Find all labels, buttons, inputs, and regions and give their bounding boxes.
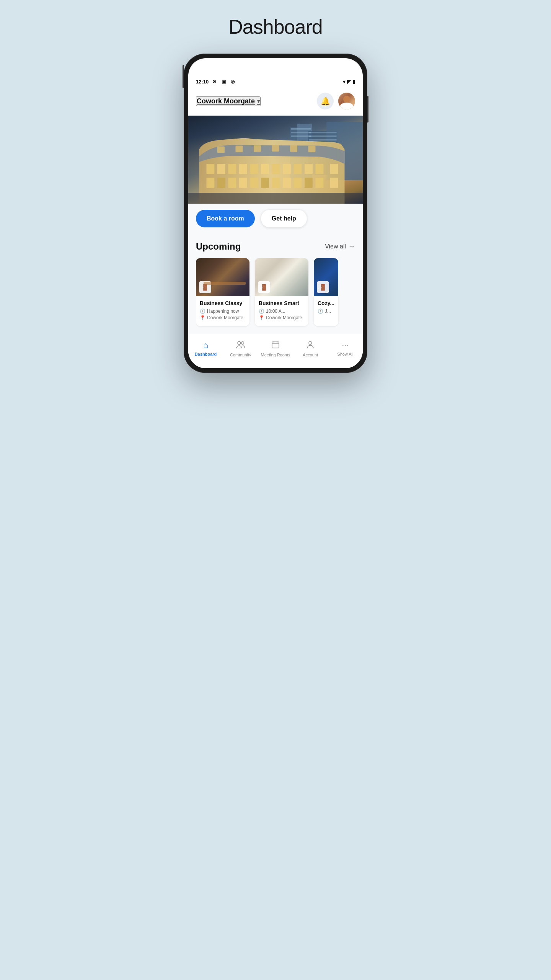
card-time-1: Happening now — [207, 309, 239, 314]
svg-rect-43 — [272, 342, 279, 348]
phone-shell: 12:10 ⊙ ▣ ◎ ▾ ◤ ▮ Cowork Moorgate ▾ 🔔 — [184, 54, 367, 373]
svg-rect-36 — [294, 178, 302, 188]
card-location-2: 📍 Cowork Moorgate — [259, 315, 305, 320]
card-time-2: 10:00 A... — [266, 309, 285, 314]
avatar-image — [338, 93, 355, 109]
card-image-2: 🚪 — [255, 258, 308, 296]
card-title-2: Business Smart — [259, 300, 305, 306]
phone-screen: 12:10 ⊙ ▣ ◎ ▾ ◤ ▮ Cowork Moorgate ▾ 🔔 — [188, 58, 363, 368]
upcoming-title: Upcoming — [196, 241, 241, 252]
signal-icon: ◤ — [347, 79, 351, 85]
status-bar: 12:10 ⊙ ▣ ◎ ▾ ◤ ▮ — [188, 58, 363, 88]
card-status-2: 🕐 10:00 A... — [259, 309, 305, 314]
svg-rect-22 — [272, 164, 280, 174]
nav-item-meeting-rooms[interactable]: Meeting Rooms — [258, 339, 293, 359]
svg-rect-35 — [283, 178, 291, 188]
pin-icon-1: 📍 — [200, 315, 205, 320]
room-card-3[interactable]: 🚪 Cozy... 🕐 J... — [314, 258, 338, 326]
svg-rect-27 — [330, 164, 338, 174]
clock-icon-3: 🕐 — [318, 309, 323, 314]
room-type-icon-2: 🚪 — [258, 281, 270, 293]
nav-item-dashboard[interactable]: ⌂ Dashboard — [188, 339, 223, 359]
card-place-2: Cowork Moorgate — [266, 315, 302, 320]
upcoming-header: Upcoming View all → — [196, 241, 355, 252]
svg-rect-21 — [261, 164, 269, 174]
svg-rect-40 — [188, 193, 363, 204]
hero-actions: Book a room Get help — [188, 204, 363, 234]
svg-rect-17 — [217, 164, 225, 174]
home-icon: ⌂ — [203, 340, 208, 350]
svg-rect-32 — [250, 178, 258, 188]
hero-image — [188, 116, 363, 204]
svg-rect-39 — [330, 178, 338, 188]
svg-rect-34 — [272, 178, 280, 188]
view-all-label: View all — [325, 243, 346, 250]
nav-label-dashboard: Dashboard — [195, 352, 217, 357]
svg-rect-14 — [290, 145, 297, 152]
room-card-1[interactable]: 🚪 Business Classy 🕐 Happening now 📍 Cowo… — [196, 258, 249, 326]
svg-rect-9 — [309, 139, 336, 140]
svg-rect-31 — [239, 178, 247, 188]
room-card-2[interactable]: 🚪 Business Smart 🕐 10:00 A... 📍 Cowork M… — [255, 258, 308, 326]
notification-bell-button[interactable]: 🔔 — [317, 93, 334, 109]
room-type-icon-3: 🚪 — [317, 281, 329, 293]
svg-rect-37 — [305, 178, 313, 188]
clock-icon-2: 🕐 — [259, 309, 264, 314]
clock-icon-1: 🕐 — [200, 309, 205, 314]
get-help-button[interactable]: Get help — [261, 210, 307, 227]
nav-label-community: Community — [230, 353, 251, 358]
nav-item-show-all[interactable]: ··· Show All — [328, 339, 363, 359]
svg-point-42 — [241, 342, 244, 345]
book-room-button[interactable]: Book a room — [196, 210, 255, 227]
page-title: Dashboard — [228, 15, 322, 38]
status-icon-3: ◎ — [229, 78, 236, 85]
card-status-3: 🕐 J... — [318, 309, 334, 314]
svg-rect-8 — [309, 135, 336, 137]
svg-rect-5 — [291, 132, 311, 133]
svg-rect-20 — [250, 164, 258, 174]
view-all-arrow-icon: → — [348, 243, 355, 251]
svg-rect-29 — [217, 178, 225, 188]
svg-rect-18 — [228, 164, 236, 174]
svg-rect-15 — [308, 145, 316, 152]
svg-rect-23 — [283, 164, 291, 174]
status-time: 12:10 — [196, 79, 209, 85]
nav-item-account[interactable]: Account — [293, 339, 328, 359]
nav-label-account: Account — [303, 353, 318, 358]
svg-rect-7 — [309, 132, 336, 133]
card-title-3: Cozy... — [318, 300, 334, 306]
header-actions: 🔔 — [317, 93, 355, 109]
battery-icon: ▮ — [352, 79, 355, 85]
location-selector[interactable]: Cowork Moorgate ▾ — [196, 96, 261, 106]
svg-rect-25 — [305, 164, 313, 174]
avatar[interactable] — [338, 93, 355, 109]
svg-rect-33 — [261, 178, 269, 188]
chevron-down-icon: ▾ — [257, 98, 260, 104]
nav-label-meeting-rooms: Meeting Rooms — [261, 353, 290, 358]
view-all-button[interactable]: View all → — [325, 243, 355, 251]
svg-rect-10 — [217, 146, 225, 153]
card-title-1: Business Classy — [200, 300, 246, 306]
status-right: ▾ ◤ ▮ — [343, 79, 355, 85]
app-header: Cowork Moorgate ▾ 🔔 — [188, 88, 363, 116]
card-body-3: Cozy... 🕐 J... — [314, 296, 338, 320]
more-icon: ··· — [342, 340, 349, 350]
card-place-1: Cowork Moorgate — [207, 315, 243, 320]
card-location-1: 📍 Cowork Moorgate — [200, 315, 246, 320]
pin-icon-2: 📍 — [259, 315, 264, 320]
svg-rect-30 — [228, 178, 236, 188]
bottom-nav: ⌂ Dashboard Community — [188, 334, 363, 368]
community-icon — [236, 340, 245, 351]
nav-item-community[interactable]: Community — [223, 339, 258, 359]
nav-label-show-all: Show All — [337, 352, 353, 357]
svg-rect-11 — [236, 145, 243, 152]
person-icon — [306, 340, 315, 351]
status-left: 12:10 ⊙ ▣ ◎ — [196, 78, 236, 85]
bell-icon: 🔔 — [321, 96, 330, 106]
svg-rect-24 — [294, 164, 302, 174]
svg-rect-26 — [316, 164, 324, 174]
wifi-icon: ▾ — [343, 79, 346, 85]
svg-rect-28 — [207, 178, 215, 188]
svg-rect-6 — [291, 135, 311, 137]
svg-point-47 — [309, 341, 312, 345]
